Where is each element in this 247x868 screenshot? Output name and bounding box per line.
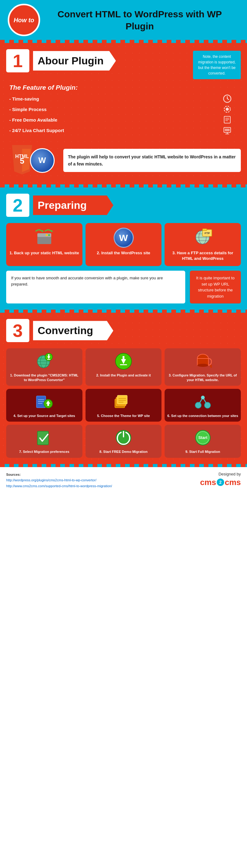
section-1-number: 1	[6, 49, 29, 72]
convert-card-3: 3. Configure Migration. Specify the URL …	[165, 348, 241, 386]
svg-point-19	[48, 234, 50, 236]
svg-point-20	[46, 234, 47, 236]
prep-card-1-text: 1. Back up your static HTML website	[9, 250, 79, 256]
svg-text:FTP: FTP	[205, 232, 210, 235]
footer-source-1-link[interactable]: http://wordpress.org/plugins/cms2cms-htm…	[6, 478, 96, 482]
demo-migration-icon	[113, 428, 133, 447]
footer-sources: Sources: http://wordpress.org/plugins/cm…	[6, 472, 112, 489]
svg-marker-21	[42, 230, 44, 232]
svg-rect-5	[224, 116, 230, 123]
convert-card-2-text: 2. Install the Plugin and activate it	[96, 373, 151, 377]
clock-icon	[223, 94, 232, 103]
plugin-description: The plugin will help to convert your sta…	[63, 149, 241, 172]
convert-card-6: 6. Set up the connection between your si…	[165, 389, 241, 422]
section-1: 1 Abour Plugin Note, the content migrati…	[0, 43, 247, 184]
convert-card-4: 4. Set up your Source and Target sites	[6, 389, 82, 422]
section-3-title: Converting	[33, 321, 113, 340]
install-plugin-icon	[113, 352, 133, 371]
svg-text:Start: Start	[198, 435, 208, 440]
html5-wp-visual: 5 HTML W	[6, 143, 59, 178]
theme-icon	[113, 393, 133, 411]
configure-icon	[193, 352, 213, 371]
svg-rect-69	[37, 431, 48, 445]
svg-rect-12	[225, 129, 230, 131]
section-1-title: Abour Plugin	[33, 51, 116, 70]
features-title: The Feature of Plugin:	[9, 84, 238, 91]
convert-card-7: 7. Select Migration preferences	[6, 425, 82, 458]
section-2: 2 Preparing 1.	[0, 187, 247, 310]
section-2-number: 2	[6, 194, 29, 217]
convert-card-5-text: 5. Choose the Theme for WP site	[97, 413, 150, 418]
ftp-icon: FTP	[192, 228, 214, 248]
convert-card-2: 2. Install the Plugin and activate it	[85, 348, 162, 386]
svg-point-48	[197, 364, 208, 367]
svg-point-3	[226, 107, 229, 111]
footer: Sources: http://wordpress.org/plugins/cm…	[0, 467, 247, 494]
migration-pref-icon	[34, 428, 54, 447]
svg-point-68	[201, 396, 205, 399]
convert-card-6-text: 6. Set up the connection between your si…	[167, 413, 238, 418]
prep-card-wordpress: W 2. Install the WordPress site	[85, 223, 162, 266]
convert-card-9: Start 9. Start Full Migration	[165, 425, 241, 458]
svg-point-49	[210, 365, 212, 368]
how-to-badge: How to	[8, 4, 40, 36]
prep-card-backup: 1. Back up your static HTML website	[6, 223, 82, 266]
backup-icon	[33, 228, 55, 248]
svg-rect-42	[122, 356, 125, 360]
convert-card-8: 8. Start FREE Demo Migration	[85, 425, 162, 458]
prep-tip-left: If you want to have smooth and accurate …	[6, 271, 185, 304]
prep-card-3-text: 3. Have a FTP access details for HTML an…	[168, 250, 238, 261]
gear-icon	[223, 105, 232, 114]
convert-card-5: 5. Choose the Theme for WP site	[85, 389, 162, 422]
convert-card-1-text: 1. Download the plugin "CMS2CMS: HTML to…	[9, 373, 80, 382]
section-2-title: Preparing	[33, 195, 113, 215]
feature-time-saving: - Time-saving	[9, 96, 39, 101]
designed-by-label: Designed by	[219, 472, 241, 476]
convert-card-1: 1. Download the plugin "CMS2CMS: HTML to…	[6, 348, 82, 386]
prep-tip-right: It is quite important to set up WP URL s…	[190, 271, 241, 304]
prep-card-2-text: 2. Install the WordPress site	[97, 250, 150, 256]
download-icon	[34, 352, 54, 371]
source-target-icon	[34, 393, 54, 411]
svg-text:HTML: HTML	[15, 154, 29, 159]
prep-card-ftp: FTP 3. Have a FTP access details for HTM…	[165, 223, 241, 266]
cms2cms-brand: cms2cms	[200, 477, 241, 487]
footer-designed-by: Designed by cms2cms	[200, 472, 241, 487]
svg-rect-57	[47, 403, 49, 406]
header: How to Convert HTML to WordPress with WP…	[0, 0, 247, 40]
section-3: 3 Converting	[0, 313, 247, 464]
section-3-number: 3	[6, 319, 29, 342]
convert-card-3-text: 3. Configure Migration. Specify the URL …	[167, 373, 238, 382]
feature-simple-process: - Simple Process	[9, 107, 47, 112]
convert-card-9-text: 9. Start Full Migration	[185, 450, 220, 454]
feature-free-demo: - Free Demo Available	[9, 117, 58, 123]
connection-icon	[193, 393, 213, 411]
full-migration-icon: Start	[193, 428, 213, 447]
feature-support: - 24/7 Liva Chart Support	[9, 128, 64, 133]
header-title: Convert HTML to WordPress with WP Plugin	[40, 8, 239, 32]
support-icon	[223, 126, 232, 134]
svg-rect-38	[48, 354, 49, 356]
svg-line-2	[227, 99, 229, 100]
section-1-note: Note, the content migration is supported…	[193, 51, 241, 79]
demo-icon	[223, 115, 232, 124]
svg-marker-22	[51, 230, 53, 232]
svg-rect-29	[203, 228, 207, 230]
convert-card-4-text: 4. Set up your Source and Target sites	[13, 413, 75, 418]
footer-source-2-link[interactable]: http://www.cms2cms.com/supported-cms/htm…	[6, 484, 112, 488]
convert-card-8-text: 8. Start FREE Demo Migration	[99, 450, 148, 454]
wordpress-icon: W	[113, 228, 134, 248]
svg-rect-60	[117, 395, 127, 404]
convert-card-7-text: 7. Select Migration preferences	[19, 450, 69, 454]
